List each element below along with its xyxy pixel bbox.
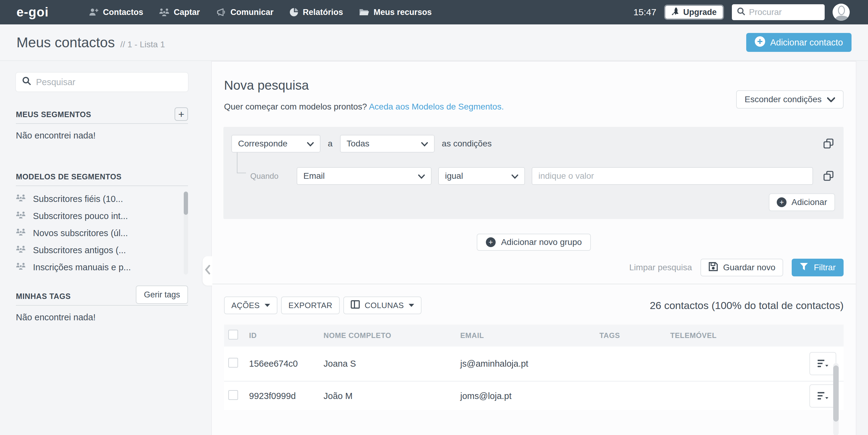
cell-name: Joana S [323,359,460,369]
nav-label: Captar [174,8,200,17]
add-group-label: Adicionar novo grupo [501,237,582,247]
export-label: EXPORTAR [288,301,332,310]
add-condition-button[interactable]: + Adicionar [769,193,835,211]
nav-label: Relatórios [303,8,343,17]
add-segment-button[interactable]: + [175,107,188,121]
segment-template-label: Subscritores fiéis (10... [33,194,123,204]
cell-name: João M [323,391,460,401]
column-header-name: NOME COMPLETO [323,331,460,340]
operator-select[interactable]: igual [438,167,525,185]
search-panel: Nova pesquisa Quer começar com modelos p… [211,61,857,435]
filter-label: Filtrar [814,263,836,272]
divider [16,186,188,186]
sidebar: MEUS SEGMENTOS + Não encontrei nada! MOD… [0,61,211,435]
match-scope-select[interactable]: Todas [340,135,435,153]
segment-template-label: Subscritores pouco int... [33,211,128,221]
menu-caret-icon [817,391,829,401]
navbar-right: 15:47 Upgrade [633,4,850,21]
nav-item-comunicar[interactable]: Comunicar [216,8,274,17]
nav-label: Meus recursos [374,8,432,17]
add-contact-button[interactable]: Adicionar contacto [746,33,851,52]
columns-label: COLUNAS [365,301,404,310]
segment-list-scrollbar[interactable] [184,192,188,274]
segment-template-item[interactable]: Novos subscritores (úl... [16,225,180,242]
table-scrollbar[interactable] [833,363,839,435]
panel-title: Nova pesquisa [224,78,504,93]
segment-template-item[interactable]: Subscritores fiéis (10... [16,190,180,207]
nav-item-relatorios[interactable]: Relatórios [289,8,343,17]
megaphone-icon [216,8,226,17]
columns-dropdown-button[interactable]: COLUNAS [343,297,422,314]
segment-search-input[interactable] [36,77,182,87]
cell-id: 156ee674c0 [249,359,323,369]
segment-template-label: Subscritores antigos (... [33,245,126,255]
columns-icon [351,300,360,311]
row-checkbox[interactable] [228,390,238,400]
filter-funnel-icon [800,263,808,273]
add-condition-label: Adicionar [792,197,827,207]
nav-label: Comunicar [230,8,274,17]
row-actions-button[interactable] [809,384,836,407]
rocket-icon [672,7,679,18]
people-group-icon [159,8,169,17]
segment-template-item[interactable]: Inscrições manuais e p... [16,259,180,276]
collapse-sidebar-button[interactable] [203,256,212,286]
page-header: Meus contactos // 1 - Lista 1 Adicionar … [0,24,868,61]
segment-search [16,73,188,92]
select-all-checkbox[interactable] [228,330,238,339]
table-header-row: ID NOME COMPLETO EMAIL TAGS TELEMÓVEL [224,325,844,346]
panel-head: Nova pesquisa Quer começar com modelos p… [212,62,856,112]
segment-template-label: Novos subscritores (úl... [33,228,128,238]
filter-button[interactable]: Filtrar [792,259,844,276]
segment-template-item[interactable]: Subscritores pouco int... [16,207,180,225]
field-value: Email [303,171,325,181]
condition-connector-line [237,153,246,173]
clock: 15:47 [633,7,656,18]
duplicate-group-icon[interactable] [824,138,834,149]
segment-templates-list: Subscritores fiéis (10... Subscritores p… [16,190,188,276]
upgrade-button[interactable]: Upgrade [664,5,724,20]
scrollbar-thumb[interactable] [184,192,188,215]
conditions-suffix-label: as condições [442,139,492,148]
duplicate-condition-icon[interactable] [824,171,834,181]
actions-label: AÇÕES [231,301,260,310]
subtitle-text: Quer começar com modelos prontos? [224,102,367,111]
field-select[interactable]: Email [297,167,432,185]
scrollbar-thumb[interactable] [833,365,839,422]
clear-search-link[interactable]: Limpar pesquisa [629,263,692,272]
nav-item-meus-recursos[interactable]: Meus recursos [359,8,432,17]
column-header-phone: TELEMÓVEL [670,331,809,340]
segment-template-item[interactable]: Subscritores antigos (... [16,242,180,259]
plus-circle-icon: + [486,237,496,247]
operator-value: igual [445,171,463,181]
page-title: Meus contactos [17,34,115,51]
egoi-logo[interactable]: e-goi [17,5,49,20]
condition-rule-row: Quando Email igual [231,167,835,185]
save-icon [708,262,718,274]
people-group-icon [16,194,26,204]
actions-dropdown-button[interactable]: AÇÕES [224,297,277,314]
divider [16,305,188,306]
top-navbar: e-goi Contactos Captar Comunicar Relatór… [0,0,868,24]
my-tags-header: MINHAS TAGS Gerir tags [16,286,188,305]
condition-value-input[interactable] [532,167,813,185]
segment-templates-link[interactable]: Aceda aos Modelos de Segmentos. [369,102,504,111]
table-row[interactable]: 9923f0999d João M joms@loja.pt [224,382,844,410]
global-search-input[interactable] [749,7,820,17]
export-button[interactable]: EXPORTAR [281,297,340,314]
nav-item-contactos[interactable]: Contactos [89,8,143,17]
row-actions-button[interactable] [809,352,836,375]
my-segments-empty: Não encontrei nada! [16,131,188,141]
list-toolbar: AÇÕES EXPORTAR COLUNAS 26 contactos (100… [212,284,856,314]
add-group-button[interactable]: + Adicionar novo grupo [477,234,591,251]
table-row[interactable]: 156ee674c0 Joana S js@aminhaloja.pt [224,346,844,382]
manage-tags-button[interactable]: Gerir tags [136,286,188,304]
toggle-conditions-button[interactable]: Esconder condições [736,90,844,109]
match-type-select[interactable]: Corresponde [231,135,320,153]
row-checkbox[interactable] [228,358,238,368]
condition-group: Corresponde a Todas as condições Quando [223,127,844,219]
save-search-button[interactable]: Guardar novo [701,259,783,276]
nav-item-captar[interactable]: Captar [159,8,200,17]
avatar[interactable] [833,4,850,21]
page-titles: Meus contactos // 1 - Lista 1 [17,34,165,51]
